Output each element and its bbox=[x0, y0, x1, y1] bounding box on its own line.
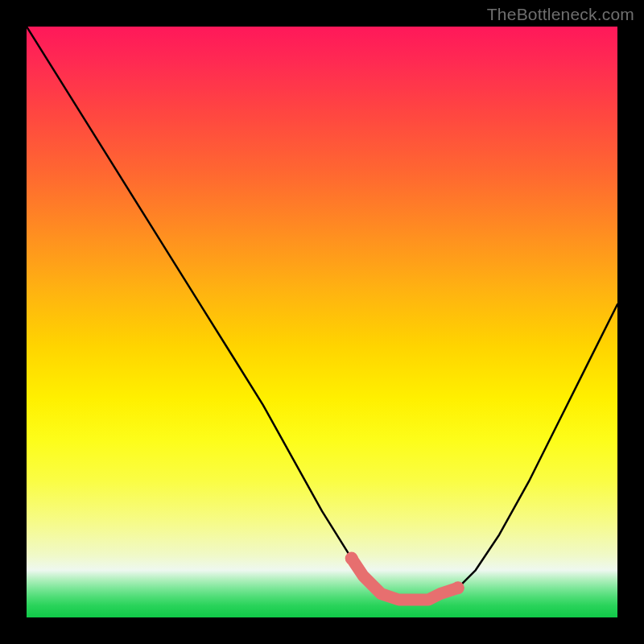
bottleneck-curve bbox=[27, 27, 617, 600]
optimal-highlight bbox=[352, 559, 458, 600]
highlight-end-dot bbox=[452, 581, 464, 594]
watermark-text: TheBottleneck.com bbox=[487, 5, 634, 24]
curve-layer bbox=[27, 27, 617, 617]
chart-frame: TheBottleneck.com bbox=[0, 0, 644, 644]
plot-area bbox=[27, 27, 617, 617]
highlight-start-dot bbox=[345, 552, 358, 565]
